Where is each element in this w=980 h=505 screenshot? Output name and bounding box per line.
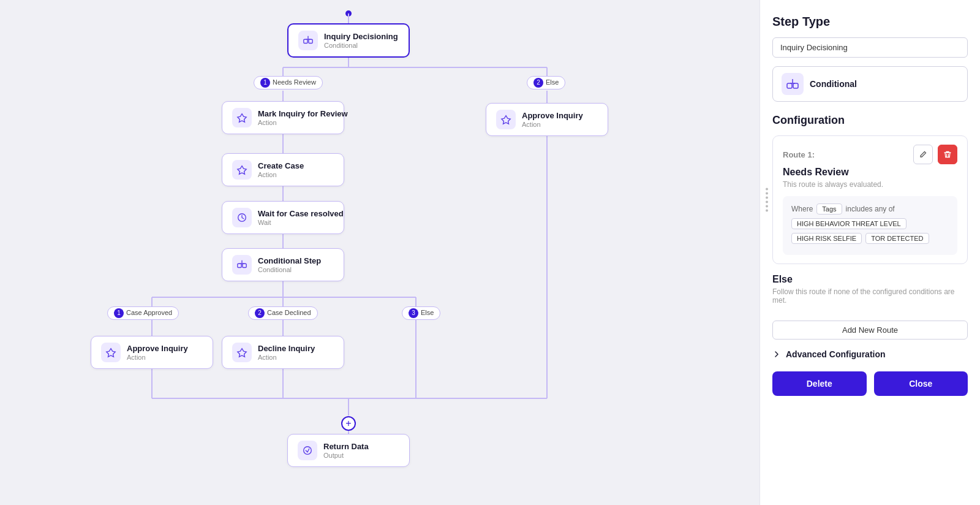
conditional-badge-label: Conditional [810,79,857,89]
inquiry-decisioning-label: Inquiry Decisioning [324,32,398,41]
step-type-title: Step Type [772,15,968,29]
else-pill-1[interactable]: 2Else [527,76,565,89]
conditional-badge: Conditional [772,66,968,102]
approve-inquiry-left-sublabel: Action [127,354,188,361]
create-case-sublabel: Action [258,171,304,178]
tags-chip: Tags [816,203,842,215]
advanced-config-label: Advanced Configuration [786,349,886,359]
conditional-step-icon [232,255,252,275]
wait-case-sublabel: Wait [258,219,344,226]
mark-inquiry-node[interactable]: Mark Inquiry for Review Action [222,101,344,134]
value-chip-1: HIGH BEHAVIOR THREAT LEVEL [791,218,907,229]
chevron-right-icon [772,350,781,359]
svg-rect-32 [309,39,312,43]
case-approved-pill[interactable]: 1Case Approved [107,306,179,320]
output-icon [298,441,317,460]
connections-svg [0,0,760,505]
else-title: Else [772,274,968,285]
sidebar-panel: Step Type Conditional Configuration Rout… [760,0,980,505]
values-row-2: HIGH RISK SELFIE TOR DETECTED [791,233,949,244]
conditional-step-sublabel: Conditional [258,266,321,273]
action-icon-4 [232,343,252,362]
svg-marker-35 [238,114,246,123]
action-icon-2 [232,160,252,180]
route-1-card: Route 1: Needs Review This route is alwa… [772,135,968,264]
create-case-label: Create Case [258,161,304,170]
svg-rect-47 [793,83,798,88]
wait-case-node[interactable]: Wait for Case resolved Wait [222,201,344,234]
svg-marker-36 [502,116,510,124]
return-data-label: Return Data [323,442,369,451]
svg-marker-43 [107,349,115,357]
where-box: Where Tags includes any of HIGH BEHAVIOR… [783,196,957,255]
where-label: Where [791,205,813,213]
inquiry-decisioning-node[interactable]: Inquiry Decisioning Conditional [287,23,410,58]
values-row-1: HIGH BEHAVIOR THREAT LEVEL [791,218,949,229]
return-data-node[interactable]: Return Data Output [287,434,410,467]
conditional-icon [298,31,318,50]
decline-inquiry-label: Decline Inquiry [258,344,315,353]
route-1-number: Route 1: [783,150,815,159]
approve-inquiry-right-label: Approve Inquiry [522,111,583,120]
includes-any-of-label: includes any of [846,205,895,213]
action-icon-3 [101,343,121,362]
conditional-badge-icon [782,73,804,95]
svg-rect-40 [243,264,246,267]
wait-case-label: Wait for Case resolved [258,209,344,218]
svg-rect-31 [304,39,307,43]
footer-buttons: Delete Close [772,371,968,396]
else-section: Else Follow this route if none of the co… [772,274,968,312]
approve-inquiry-left-node[interactable]: Approve Inquiry Action [91,336,213,369]
approve-inquiry-left-label: Approve Inquiry [127,344,188,353]
decline-inquiry-sublabel: Action [258,354,315,361]
route-1-name: Needs Review [783,167,957,178]
case-declined-pill[interactable]: 2Case Declined [248,306,318,320]
route-1-actions [913,145,957,164]
conditional-step-node[interactable]: Conditional Step Conditional [222,248,344,281]
route-1-edit-button[interactable] [913,145,933,164]
configuration-title: Configuration [772,114,968,127]
mark-inquiry-label: Mark Inquiry for Review [258,109,348,118]
workflow-canvas[interactable]: Inquiry Decisioning Conditional 1Needs R… [0,0,760,505]
decline-inquiry-node[interactable]: Decline Inquiry Action [222,336,344,369]
svg-point-0 [345,10,352,17]
advanced-config-row[interactable]: Advanced Configuration [772,349,968,359]
approve-inquiry-right-sublabel: Action [522,121,583,128]
return-data-sublabel: Output [323,452,369,459]
value-chip-3: TOR DETECTED [865,233,929,244]
action-icon-right [496,110,516,129]
route-1-delete-button[interactable] [938,145,957,164]
add-step-button[interactable]: + [341,416,356,431]
mark-inquiry-sublabel: Action [258,119,348,126]
approve-inquiry-right-node[interactable]: Approve Inquiry Action [486,103,608,136]
route-1-desc: This route is always evaluated. [783,180,957,189]
delete-button[interactable]: Delete [772,371,867,396]
close-button[interactable]: Close [874,371,968,396]
step-type-input[interactable] [772,37,968,58]
add-new-route-button[interactable]: Add New Route [772,321,968,340]
svg-rect-46 [787,83,792,88]
svg-marker-37 [238,166,246,175]
where-row: Where Tags includes any of [791,203,949,215]
svg-rect-39 [238,264,241,267]
inquiry-decisioning-sublabel: Conditional [324,42,398,49]
svg-point-45 [304,447,312,455]
value-chip-2: HIGH RISK SELFIE [791,233,862,244]
else-pill-2[interactable]: 3Else [402,306,440,320]
wait-icon [232,208,252,227]
route-1-header: Route 1: [783,145,957,164]
else-desc: Follow this route if none of the configu… [772,287,968,305]
action-icon-1 [232,108,252,127]
conditional-step-label: Conditional Step [258,256,321,265]
needs-review-pill[interactable]: 1Needs Review [254,76,323,89]
svg-marker-44 [238,349,246,357]
create-case-node[interactable]: Create Case Action [222,153,344,186]
